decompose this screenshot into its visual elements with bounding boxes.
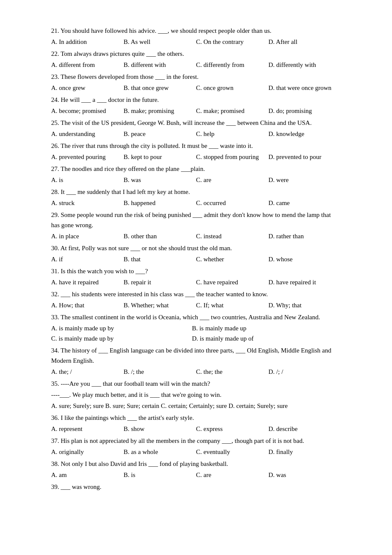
option-21-C: C. On the contrary	[196, 37, 264, 47]
question-text-30: 30. At first, Polly was not sure ___ or …	[51, 243, 341, 253]
option-34-A: A. the; /	[51, 367, 119, 377]
option-37-D: D. finally	[268, 447, 337, 457]
question-text-25: 25. The visit of the US president, Georg…	[51, 118, 341, 128]
option-37-A: A. originally	[51, 447, 119, 457]
option-38-B: B. is	[124, 470, 192, 480]
question-block-29: 29. Some people wound run the risk of be…	[51, 210, 341, 241]
options-row-36: A. representB. showC. expressD. describe	[51, 424, 341, 434]
option-28-A: A. struck	[51, 198, 119, 208]
option-26-B: B. kept to pour	[124, 152, 192, 162]
options-row-32: A. How; thatB. Whether; whatC. If; whatD…	[51, 300, 341, 310]
option-25-A: A. understanding	[51, 129, 119, 139]
options-row-26: A. prevented pouringB. kept to pourC. st…	[51, 152, 341, 162]
option-37-C: C. eventually	[196, 447, 264, 457]
options-row-23: A. once grewB. that once grewC. once gro…	[51, 83, 341, 93]
option-25-B: B. peace	[124, 129, 192, 139]
question-text-23: 23. These flowers developed from those _…	[51, 72, 341, 82]
option-28-B: B. happened	[124, 198, 192, 208]
option-37-B: B. as a whole	[124, 447, 192, 457]
option-31-C: C. have repaired	[196, 277, 264, 287]
option-22-D: D. differently with	[268, 60, 337, 70]
options-row-31: A. have it repairedB. repair itC. have r…	[51, 277, 341, 287]
option-28-D: D. came	[268, 198, 337, 208]
options-row-28: A. struckB. happenedC. occurredD. came	[51, 198, 341, 208]
option-27-C: C. are	[196, 175, 264, 185]
question-text-22: 22. Tom always draws pictures quite ___ …	[51, 49, 341, 59]
option-24-C: C. make; promised	[196, 106, 264, 116]
option-24-D: D. do; promising	[268, 106, 337, 116]
option-30-D: D. whose	[268, 254, 337, 264]
option-34-D: D. /; /	[268, 367, 337, 377]
option-24-A: A. become; promised	[51, 106, 119, 116]
question-block-32: 32. ___ his students were interested in …	[51, 289, 341, 310]
option-23-A: A. once grew	[51, 83, 119, 93]
option-26-C: C. stopped from pouring	[196, 152, 264, 162]
option-23-C: C. once grown	[196, 83, 264, 93]
option-36-B: B. show	[124, 424, 192, 434]
option-27-D: D. were	[268, 175, 337, 185]
question-block-21: 21. You should have followed his advice.…	[51, 26, 341, 47]
question-block-36: 36. I like the paintings which ___ the a…	[51, 413, 341, 434]
question-text-32: 32. ___ his students were interested in …	[51, 289, 341, 299]
option-38-D: D. was	[268, 470, 337, 480]
question-text-38: 38. Not only I but also David and Iris _…	[51, 459, 341, 469]
question-block-39: 39. ___ was wrong.	[51, 482, 341, 492]
exam-content: 21. You should have followed his advice.…	[51, 26, 341, 492]
option-29-B: B. other than	[124, 231, 192, 241]
question-block-27: 27. The noodles and rice they offered on…	[51, 164, 341, 185]
question-text-29: 29. Some people wound run the risk of be…	[51, 210, 341, 230]
question-text-36: 36. I like the paintings which ___ the a…	[51, 413, 341, 423]
question-block-26: 26. The river that runs through the city…	[51, 141, 341, 162]
option-28-C: C. occurred	[196, 198, 264, 208]
option-23-B: B. that once grew	[124, 83, 192, 93]
option-26-A: A. prevented pouring	[51, 152, 119, 162]
options-row-30: A. ifB. thatC. whetherD. whose	[51, 254, 341, 264]
question-block-35: 35. ----Are you ___ that our football te…	[51, 379, 341, 411]
question-text-39: 39. ___ was wrong.	[51, 482, 341, 492]
option-30-C: C. whether	[196, 254, 264, 264]
options-row-2col-33: A. is mainly made up byB. is mainly made…	[51, 323, 341, 344]
options-row-29: A. in placeB. other thanC. insteadD. rat…	[51, 231, 341, 241]
question-text-33: 33. The smallest continent in the world …	[51, 312, 341, 322]
options-row-27: A. isB. wasC. areD. were	[51, 175, 341, 185]
question-text-24: 24. He will ___ a ___ doctor in the futu…	[51, 95, 341, 105]
question-block-24: 24. He will ___ a ___ doctor in the futu…	[51, 95, 341, 116]
option-26-D: D. prevented to pour	[268, 152, 337, 162]
option-22-A: A. different from	[51, 60, 119, 70]
option-30-B: B. that	[124, 254, 192, 264]
question-block-25: 25. The visit of the US president, Georg…	[51, 118, 341, 139]
question-block-30: 30. At first, Polly was not sure ___ or …	[51, 243, 341, 264]
question-text-28: 28. It ___ me suddenly that I had left m…	[51, 187, 341, 197]
option-21-D: D. After all	[268, 37, 337, 47]
question-text-37: 37. His plan is not appreciated by all t…	[51, 436, 341, 446]
option-32-D: D. Why; that	[268, 300, 337, 310]
question-text-31: 31. Is this the watch you wish to ___?	[51, 266, 341, 276]
option-34-B: B. /; the	[124, 367, 192, 377]
option-27-B: B. was	[124, 175, 192, 185]
question-text-35: ----___. We play much better, and it is …	[51, 390, 341, 400]
option-31-D: D. have repaired it	[268, 277, 337, 287]
question-block-33: 33. The smallest continent in the world …	[51, 312, 341, 344]
option-38-A: A. am	[51, 470, 119, 480]
option-27-A: A. is	[51, 175, 119, 185]
options-row-38: A. amB. isC. areD. was	[51, 470, 341, 480]
option-2col-33-A: A. is mainly made up by	[51, 323, 190, 333]
options-row-34: A. the; /B. /; theC. the; theD. /; /	[51, 367, 341, 377]
option-32-B: B. Whether; what	[124, 300, 192, 310]
option-32-A: A. How; that	[51, 300, 119, 310]
question-block-31: 31. Is this the watch you wish to ___?A.…	[51, 266, 341, 287]
question-text-26: 26. The river that runs through the city…	[51, 141, 341, 151]
question-block-34: 34. The history of ___ English language …	[51, 345, 341, 377]
option-25-C: C. help	[196, 129, 264, 139]
option-2col-33-D: D. is mainly made up of	[192, 333, 331, 344]
option-31-B: B. repair it	[124, 277, 192, 287]
option-34-C: C. the; the	[196, 367, 264, 377]
option-21-A: A. In addition	[51, 37, 119, 47]
option-29-A: A. in place	[51, 231, 119, 241]
option-21-B: B. As well	[124, 37, 192, 47]
options-row-22: A. different fromB. different withC. dif…	[51, 60, 341, 70]
option-29-C: C. instead	[196, 231, 264, 241]
question-text-21: 21. You should have followed his advice.…	[51, 26, 341, 36]
option-36-A: A. represent	[51, 424, 119, 434]
option-25-D: D. knowledge	[268, 129, 337, 139]
